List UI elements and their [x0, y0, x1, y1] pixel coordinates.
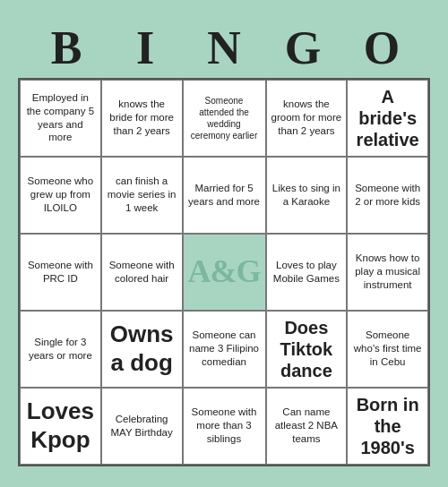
bingo-cell-13: Loves to play Mobile Games: [266, 234, 348, 311]
bingo-cell-5: Someone who grew up from ILOILO: [20, 157, 101, 234]
bingo-cell-22: Someone with more than 3 siblings: [183, 388, 266, 465]
bingo-cell-8: Likes to sing in a Karaoke: [266, 157, 348, 234]
bingo-cell-6: can finish a movie series in 1 week: [101, 157, 183, 234]
bingo-cell-4: A bride's relative: [347, 80, 428, 157]
bingo-cell-19: Someone who's first time in Cebu: [347, 311, 428, 388]
bingo-cell-14: Knows how to play a musical instrument: [347, 234, 428, 311]
bingo-cell-10: Someone with PRC ID: [20, 234, 101, 311]
bingo-cell-0: Employed in the company 5 years and more: [20, 80, 101, 157]
bingo-header: BINGO: [18, 21, 430, 74]
bingo-cell-1: knows the bride for more than 2 years: [101, 80, 183, 157]
bingo-letter-g: G: [263, 21, 342, 74]
bingo-letter-o: O: [342, 21, 421, 74]
bingo-cell-9: Someone with 2 or more kids: [347, 157, 428, 234]
bingo-cell-2: Someone attended the wedding ceremony ea…: [183, 80, 266, 157]
bingo-grid: Employed in the company 5 years and more…: [18, 78, 430, 466]
bingo-letter-b: B: [27, 21, 106, 74]
bingo-cell-16: Owns a dog: [101, 311, 183, 388]
bingo-cell-11: Someone with colored hair: [101, 234, 183, 311]
bingo-cell-23: Can name atleast 2 NBA teams: [266, 388, 348, 465]
bingo-cell-24: Born in the 1980's: [347, 388, 428, 465]
bingo-cell-12: A&G: [183, 234, 266, 311]
bingo-cell-15: Single for 3 years or more: [20, 311, 101, 388]
free-space-text: A&G: [188, 251, 261, 293]
bingo-cell-18: Does Tiktok dance: [266, 311, 348, 388]
bingo-cell-21: Celebrating MAY Birthday: [101, 388, 183, 465]
bingo-letter-i: I: [106, 21, 185, 74]
bingo-cell-3: knows the groom for more than 2 years: [266, 80, 348, 157]
bingo-cell-7: Married for 5 years and more: [183, 157, 266, 234]
bingo-cell-17: Someone can name 3 Filipino comedian: [183, 311, 266, 388]
bingo-letter-n: N: [185, 21, 263, 74]
bingo-card: BINGO Employed in the company 5 years an…: [9, 13, 439, 475]
bingo-cell-20: Loves Kpop: [20, 388, 101, 465]
